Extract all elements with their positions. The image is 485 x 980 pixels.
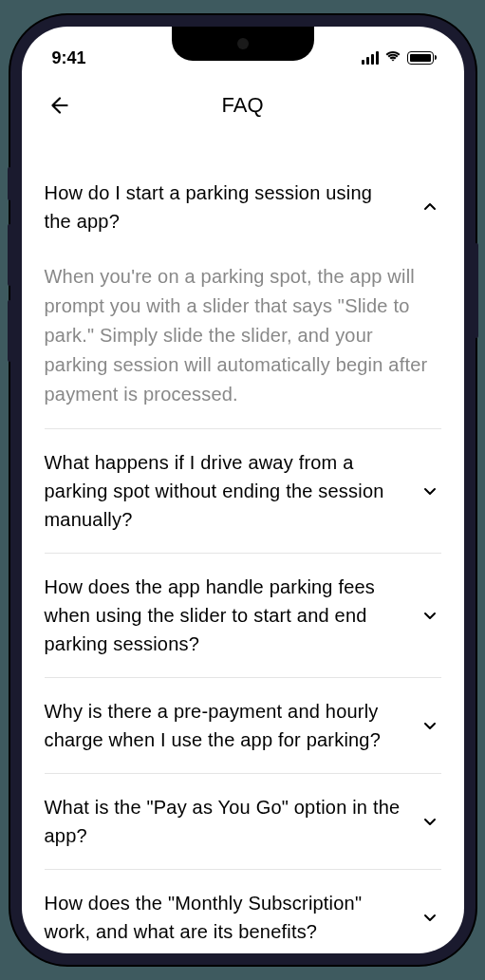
faq-item: How does the app handle parking fees whe… [45, 554, 441, 678]
faq-question-row[interactable]: How does the app handle parking fees whe… [45, 554, 441, 677]
faq-item: What happens if I drive away from a park… [45, 429, 441, 554]
faq-item: Why is there a pre-payment and hourly ch… [45, 678, 441, 774]
page-title: FAQ [45, 93, 441, 118]
faq-question-row[interactable]: How do I start a parking session using t… [45, 160, 441, 249]
faq-question-text: How do I start a parking session using t… [45, 179, 403, 236]
faq-item: How do I start a parking session using t… [45, 160, 441, 429]
faq-item: How does the "Monthly Subscription" work… [45, 870, 441, 953]
faq-question-text: How does the app handle parking fees whe… [45, 573, 403, 658]
faq-list: How do I start a parking session using t… [22, 141, 464, 953]
wifi-icon [384, 49, 401, 66]
chevron-down-icon [419, 810, 441, 833]
side-button [8, 167, 11, 200]
faq-question-row[interactable]: Why is there a pre-payment and hourly ch… [45, 678, 441, 773]
faq-answer-text: When you're on a parking spot, the app w… [45, 249, 441, 428]
status-icons [362, 49, 434, 66]
faq-question-row[interactable]: What happens if I drive away from a park… [45, 429, 441, 553]
cellular-signal-icon [362, 51, 379, 65]
faq-item: What is the "Pay as You Go" option in th… [45, 774, 441, 870]
chevron-up-icon [419, 196, 441, 218]
faq-question-text: What is the "Pay as You Go" option in th… [45, 793, 403, 850]
side-button [8, 224, 11, 286]
arrow-left-icon [47, 93, 72, 118]
faq-question-row[interactable]: What is the "Pay as You Go" option in th… [45, 774, 441, 869]
chevron-down-icon [419, 480, 441, 502]
header: FAQ [22, 80, 464, 141]
notch [172, 27, 314, 61]
phone-frame: 9:41 [10, 15, 476, 965]
chevron-down-icon [419, 604, 441, 627]
status-time: 9:41 [52, 48, 86, 68]
back-button[interactable] [45, 90, 75, 121]
side-button [8, 300, 11, 362]
side-button [475, 243, 478, 338]
battery-icon [407, 51, 434, 65]
faq-question-text: How does the "Monthly Subscription" work… [45, 889, 403, 946]
phone-screen: 9:41 [22, 27, 464, 953]
faq-question-text: Why is there a pre-payment and hourly ch… [45, 697, 403, 754]
chevron-down-icon [419, 714, 441, 737]
chevron-down-icon [419, 906, 441, 929]
faq-question-text: What happens if I drive away from a park… [45, 448, 403, 534]
faq-question-row[interactable]: How does the "Monthly Subscription" work… [45, 870, 441, 953]
